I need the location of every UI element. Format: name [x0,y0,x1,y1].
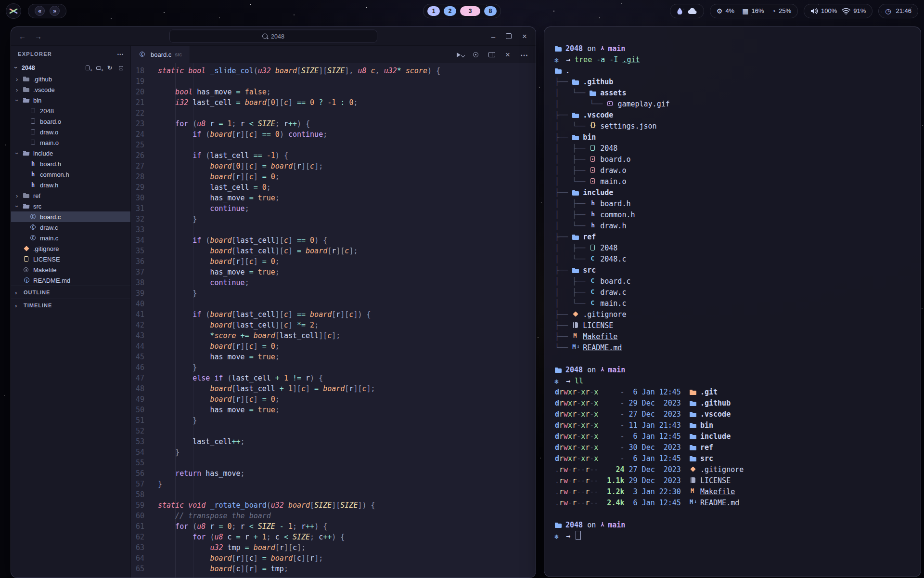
explorer-item-board.h[interactable]: board.h [11,158,130,169]
code-line-47: else if (last_cell + 1 != r) { [158,373,536,383]
file-label: Makefile [33,266,56,274]
explorer-item-main.c[interactable]: main.c [11,233,130,243]
explorer-item-ref[interactable]: ref [11,190,130,201]
minimize-button[interactable]: – [491,33,495,40]
tab-path: src [175,52,182,57]
forward-icon[interactable]: → [35,32,42,40]
chevron-spacer [16,245,23,252]
top-bar: « » 1238 ⚙4% ▦16% ◔25% 100% [0,0,924,22]
terminal-line: │ ├── draw.o [555,165,914,176]
code-line-64: board[r][c] = board[c][r]; [158,553,536,564]
terminal-line: ├── .github [555,77,914,88]
terminal-line [555,509,914,520]
memory-stat: ▦16% [742,7,764,15]
volume-stat[interactable]: 100% [810,7,837,14]
back-icon[interactable]: ← [19,32,26,40]
explorer-item-board.o[interactable]: board.o [11,116,130,127]
terminal-line: drwxr-xr-x - 11 Jan 21:43 bin [555,420,914,431]
explorer-item-draw.h[interactable]: draw.h [11,180,130,190]
explorer-item-.gitignore[interactable]: .gitignore [11,243,130,254]
explorer-item-include[interactable]: include [11,148,130,158]
explorer-item-draw.o[interactable]: draw.o [11,127,130,137]
code-line-44: board[r][c] = 0; [158,341,536,352]
run-icon[interactable] [456,51,464,58]
folder-icon [690,456,697,461]
more-icon[interactable] [520,51,528,58]
terminal-line: drwxr-xr-x - 29 Dec 2023 .github [555,398,914,409]
vscode-titlebar[interactable]: ← → 2048 – × [11,27,536,46]
line-number: 56 [131,468,144,479]
explorer-item-README.md[interactable]: README.md [11,275,130,286]
file-label: draw.h [40,182,58,189]
new-file-icon[interactable] [85,65,91,71]
file-label: draw.o [40,129,58,136]
code-line-65: board[c][r] = tmp; [158,564,536,574]
explorer-item-common.h[interactable]: common.h [11,169,130,180]
line-number: 27 [131,161,144,171]
branch-icon [600,46,606,52]
line-number: 23 [131,118,144,129]
code-line-20: bool has_move = false; [158,87,536,97]
explorer-item-bin[interactable]: bin [11,95,130,105]
terminal-line: │ └── 2048.c [555,254,914,265]
md-icon [23,277,31,284]
line-number: 25 [131,140,144,150]
explorer-item-2048[interactable]: 2048 [11,105,130,116]
file-label: common.h [40,171,69,178]
explorer-root-folder[interactable]: 2048 [11,62,130,74]
skip-next-button[interactable]: » [50,6,60,16]
folder-icon [572,134,579,140]
timeline-panel[interactable]: TIMELINE [11,299,130,312]
vscode-window[interactable]: ← → 2048 – × EXPLORER ⋯ 2048 .github.vsc… [11,26,536,578]
terminal-line: │ ├── board.h [555,198,914,210]
folder-icon [572,234,579,240]
skip-prev-button[interactable]: « [35,6,45,16]
explorer-item-draw.c[interactable]: draw.c [11,222,130,233]
explorer-item-.vscode[interactable]: .vscode [11,84,130,95]
terminal-line: . [555,66,914,77]
explorer-item-Makefile[interactable]: Makefile [11,264,130,275]
file-icon [29,118,38,125]
file-icon [29,139,38,146]
split-editor-icon[interactable] [488,51,496,58]
explorer-more-icon[interactable]: ⋯ [117,50,124,58]
line-number: 44 [131,341,144,352]
line-number: 45 [131,352,144,362]
settings-icon[interactable] [472,51,480,58]
refresh-icon[interactable] [107,65,114,71]
terminal-window[interactable]: 2048 on main→ tree -a -I .git.├── .githu… [544,26,921,577]
explorer-item-main.o[interactable]: main.o [11,137,130,148]
chevron-right-icon [15,289,22,296]
command-center-search[interactable]: 2048 [169,30,377,43]
md-icon [572,345,579,351]
weather-widget[interactable] [670,4,704,18]
tab-board-c[interactable]: board.c src [131,46,190,63]
code-line-43: *score += board[last_cell][c]; [158,330,536,341]
workspace-1[interactable]: 1 [427,6,440,16]
explorer-item-src[interactable]: src [11,201,130,211]
workspace-8[interactable]: 8 [484,6,497,16]
nixos-logo[interactable] [6,3,21,19]
image-icon [607,101,614,107]
wifi-stat[interactable]: 91% [842,7,866,14]
code-editor[interactable]: 1819202122232425262728293031323334353637… [131,63,536,578]
folder-open-icon [23,150,31,157]
workspace-3[interactable]: 3 [460,6,480,16]
folder-icon [690,434,697,439]
file-label: README.md [33,277,70,284]
explorer-item-board.c[interactable]: board.c [11,211,130,222]
close-button[interactable]: × [522,32,527,40]
collapse-all-icon[interactable] [118,65,125,71]
explorer-item-LICENSE[interactable]: LICENSE [11,254,130,264]
workspace-2[interactable]: 2 [444,6,456,16]
terminal-line: 2048 on main [555,43,914,54]
file-label: board.h [40,160,61,168]
explorer-item-.github[interactable]: .github [11,74,130,84]
outline-panel[interactable]: OUTLINE [11,286,130,299]
cpu-usage: 4% [725,7,734,14]
close-icon[interactable] [504,51,512,58]
new-folder-icon[interactable] [96,65,103,71]
maximize-button[interactable] [506,33,512,39]
code-content: static bool _slide_col(u32 board[SIZE][S… [155,66,536,578]
cc-icon [590,278,597,284]
